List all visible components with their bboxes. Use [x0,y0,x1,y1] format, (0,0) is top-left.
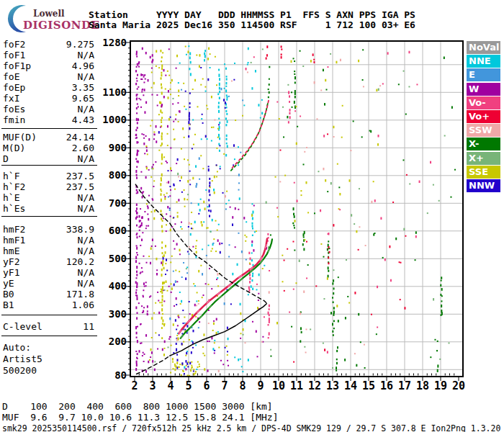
svg-text:5: 5 [185,379,192,392]
svg-text:19: 19 [434,379,447,392]
svg-text:11: 11 [290,379,303,392]
svg-text:200: 200 [109,336,127,347]
svg-text:900: 900 [109,142,127,153]
legend-item-e: E [467,68,500,81]
svg-text:13: 13 [326,379,339,392]
grid-lines [130,41,463,377]
svg-text:4: 4 [167,379,174,392]
legend-item-noval: NoVal [467,41,500,54]
svg-text:16: 16 [380,379,393,392]
svg-text:1100: 1100 [102,86,127,98]
ionogram-screen: Lowell DIGISONDE Station YYYY DAY DDD HH… [0,0,504,432]
muf-row: MUF 9.6 9.7 10.0 10.6 11.3 12.5 15.8 24.… [2,412,279,423]
legend-item-ssw: SSW [467,124,500,137]
status-line: smk29_2025350114500.rsf / 720fx512h 25 k… [2,423,500,432]
svg-text:2: 2 [131,379,138,392]
distance-row: D 100 200 400 600 800 1000 1500 3000 [km… [2,401,273,412]
svg-text:400: 400 [109,280,127,292]
legend-item-x: X- [467,138,500,150]
svg-text:3: 3 [149,379,156,392]
legend-item-x: X+ [467,152,500,165]
svg-text:7: 7 [221,379,228,392]
ionogram-plot: 1280110010009008007006005004003002008023… [0,0,504,432]
echo-dots [135,45,456,377]
legend-item-nnw: NNW [467,179,500,192]
svg-text:9: 9 [257,379,264,392]
legend-item-sse: SSE [467,166,500,179]
svg-text:14: 14 [344,379,357,392]
svg-text:20: 20 [452,379,465,392]
trace-second-hop-o [233,98,269,168]
svg-text:18: 18 [416,379,429,392]
svg-text:17: 17 [398,379,411,392]
svg-text:600: 600 [109,225,127,236]
trace-profile-model-bottom [137,356,170,374]
x-axis-labels: 234567891011121314151617181920 [131,379,465,392]
svg-text:12: 12 [308,379,321,392]
svg-text:800: 800 [109,169,127,181]
legend-item-vo: Vo- [467,96,500,109]
trace-true-height-profile [170,304,266,356]
svg-text:1000: 1000 [102,114,127,125]
svg-text:80: 80 [114,369,127,381]
trace-profile-extrapolated-top [135,184,266,303]
svg-text:700: 700 [109,197,127,209]
svg-text:10: 10 [272,379,285,392]
trace-second-hop-x [231,102,269,171]
svg-text:15: 15 [362,379,375,392]
svg-text:1280: 1280 [102,37,127,48]
y-axis-labels: 12801100100090080070060050040030020080 [102,37,127,381]
svg-text:6: 6 [203,379,210,392]
legend-item-vo: Vo+ [467,110,500,123]
svg-text:8: 8 [239,379,246,392]
svg-text:300: 300 [109,308,127,320]
svg-text:500: 500 [109,253,127,264]
legend-item-nne: NNE [467,55,500,68]
legend-item-w: W [467,83,500,96]
